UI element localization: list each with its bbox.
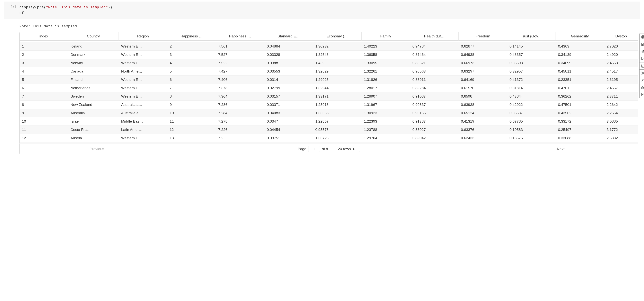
table-cell: 0.36262 xyxy=(556,92,604,101)
code-token: ) xyxy=(110,5,112,10)
table-cell: 0.41319 xyxy=(458,117,507,126)
table-cell: Costa Rica xyxy=(68,126,119,134)
table-cell: 0.0388 xyxy=(264,59,313,67)
page-input[interactable] xyxy=(308,146,320,152)
table-row: 3NorwayWestern E…47.5220.03881.4591.3309… xyxy=(20,59,638,67)
column-header[interactable]: Economy (… xyxy=(313,32,362,41)
table-row: 2DenmarkWestern E…37.5270.033281.325481.… xyxy=(20,50,638,59)
code-token: df xyxy=(20,11,24,15)
table-cell: 7.378 xyxy=(216,84,264,92)
table-cell: 0.32957 xyxy=(507,67,556,76)
column-header[interactable]: Trust (Gov… xyxy=(507,32,556,41)
code-string: "Note: This data is sampled" xyxy=(46,5,108,10)
table-cell: 1.22393 xyxy=(362,117,410,126)
table-row xyxy=(20,41,638,42)
table-cell: 0.48357 xyxy=(507,50,556,59)
rows-label: 20 rows xyxy=(338,147,351,151)
column-header[interactable]: Standard E… xyxy=(264,32,313,41)
rows-per-page-select[interactable]: 20 rows ▲▼ xyxy=(336,146,360,152)
table-cell: 0.91387 xyxy=(410,117,458,126)
table-cell: 0.91087 xyxy=(410,92,458,101)
cell-prompt: [8] xyxy=(4,5,20,16)
table-cell: 2.7020 xyxy=(604,42,638,50)
table-cell: Australia xyxy=(68,109,119,117)
table-cell: 1.29025 xyxy=(313,76,362,84)
bar-chart-icon[interactable] xyxy=(639,41,644,48)
code-token: ( xyxy=(35,5,37,10)
table-cell xyxy=(313,142,362,144)
table-cell: 7.522 xyxy=(216,59,264,67)
table-cell: 7.427 xyxy=(216,67,264,76)
table-cell: 2.4517 xyxy=(604,67,638,76)
table-cell: 1 xyxy=(20,42,68,50)
table-cell: 1.30232 xyxy=(313,42,362,50)
pager: Previous Page of 8 20 rows ▲▼ Next xyxy=(20,144,638,154)
table-row: 11Costa RicaLatin Amer…127.2260.044540.9… xyxy=(20,126,638,134)
table-row: 4CanadaNorth Ame…57.4270.035531.326291.3… xyxy=(20,67,638,76)
table-cell: Western E… xyxy=(119,84,167,92)
page-of-text: of 8 xyxy=(322,147,328,151)
table-cell xyxy=(410,142,458,144)
table-cell: 0.94784 xyxy=(410,42,458,50)
column-header[interactable]: Generosity xyxy=(556,32,604,41)
column-header[interactable]: index xyxy=(20,32,68,41)
table-cell: 7.226 xyxy=(216,126,264,134)
table-cell: 0.47501 xyxy=(556,101,604,109)
table-cell: 0.64938 xyxy=(458,50,507,59)
column-header[interactable]: Freedom xyxy=(458,32,507,41)
table-cell: Western E… xyxy=(119,92,167,101)
database-icon[interactable] xyxy=(639,34,644,41)
trend-up-icon[interactable] xyxy=(639,76,644,84)
table-cell: 0.45811 xyxy=(556,67,604,76)
scatter-icon[interactable] xyxy=(639,55,644,62)
table-cell: 0.35637 xyxy=(507,109,556,117)
table-cell: 2.2664 xyxy=(604,109,638,117)
table-cell xyxy=(68,142,119,144)
table-cell: New Zealand xyxy=(68,101,119,109)
table-cell: Denmark xyxy=(68,50,119,59)
column-header[interactable]: Happiness … xyxy=(216,32,264,41)
column-header[interactable]: Country xyxy=(68,32,119,41)
table-cell: 0.18676 xyxy=(507,134,556,142)
table-cell: Western E… xyxy=(119,59,167,67)
table-cell: 2.6195 xyxy=(604,76,638,84)
svg-point-6 xyxy=(642,59,642,60)
column-header[interactable]: Family xyxy=(362,32,410,41)
next-button[interactable]: Next xyxy=(484,146,638,152)
table-cell: 8 xyxy=(168,92,216,101)
table-cell: 0.62433 xyxy=(458,134,507,142)
table-cell: Finland xyxy=(68,76,119,84)
table-cell: 0.23351 xyxy=(556,76,604,84)
table-cell: 2 xyxy=(168,42,216,50)
table-cell: Australia a… xyxy=(119,101,167,109)
previous-button[interactable]: Previous xyxy=(20,146,174,152)
table-cell: 1.33358 xyxy=(313,109,362,117)
table-cell: 0.89042 xyxy=(410,134,458,142)
line-chart-icon[interactable] xyxy=(639,91,644,98)
table-cell: Netherlands xyxy=(68,84,119,92)
table-cell: 0.34699 xyxy=(556,59,604,67)
column-header[interactable]: Health (Lif… xyxy=(410,32,458,41)
table-cell: 0.34139 xyxy=(556,50,604,59)
table-cell: 1.31967 xyxy=(362,101,410,109)
bubble-chart-icon[interactable] xyxy=(639,62,644,70)
column-header[interactable]: Region xyxy=(119,32,167,41)
table-row: 5FinlandWestern E…67.4060.03141.290251.3… xyxy=(20,76,638,84)
boxplot-icon[interactable] xyxy=(639,48,644,55)
table-cell: 0.93156 xyxy=(410,109,458,117)
table-cell: 0.0314 xyxy=(264,76,313,84)
svg-rect-4 xyxy=(642,51,643,52)
grouped-bar-icon[interactable] xyxy=(639,84,644,91)
table-cell: 0.03371 xyxy=(264,101,313,109)
table-cell: Israel xyxy=(68,117,119,126)
network-icon[interactable] xyxy=(639,70,644,77)
table-cell: 1.33723 xyxy=(313,134,362,142)
table-cell: 0.4761 xyxy=(556,84,604,92)
column-header[interactable]: Dystop xyxy=(604,32,638,41)
table-cell: 0.65124 xyxy=(458,109,507,117)
table-cell: 0.03751 xyxy=(264,134,313,142)
column-header[interactable]: Happiness … xyxy=(168,32,216,41)
code-block[interactable]: display(pre("Note: This data is sampled"… xyxy=(20,5,112,16)
table-cell: 7.561 xyxy=(216,42,264,50)
table-cell: 0.14145 xyxy=(507,42,556,50)
